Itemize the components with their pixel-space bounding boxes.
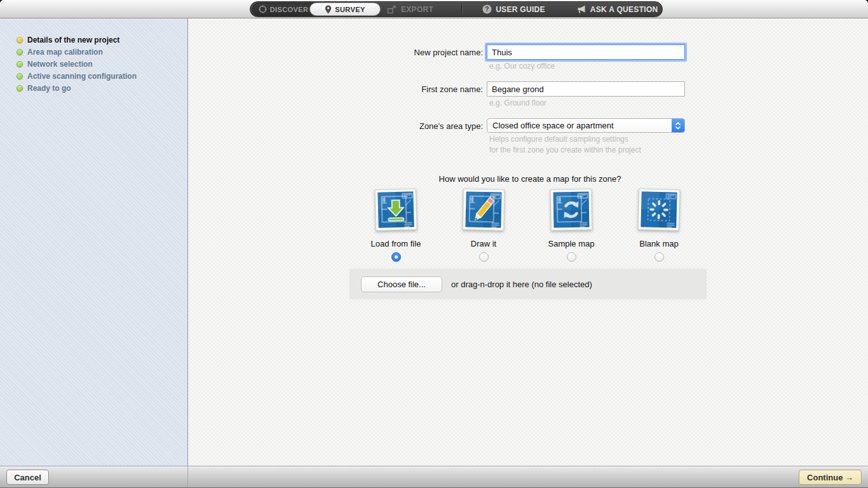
app-window: DISCOVER SURVEY (0, 0, 868, 488)
area-type-hint-line1: Helps configure default sampling setting… (489, 135, 628, 144)
svg-text:?: ? (485, 6, 489, 13)
export-button[interactable]: EXPORT (387, 5, 433, 14)
step-bullet-icon (17, 49, 23, 55)
toolbar-divider (461, 4, 462, 15)
ask-question-button[interactable]: ASK A QUESTION (577, 5, 658, 14)
select-stepper-icon (672, 119, 684, 132)
current-step-bullet-icon (17, 37, 23, 43)
main-content: New project name: e.g. Our cozy office F… (188, 18, 868, 466)
bottom-bar: Cancel Continue → (0, 466, 868, 488)
zone-name-hint: e.g. Ground floor (489, 98, 546, 107)
wizard-steps: Details of the new project Area map cali… (0, 18, 187, 94)
toolbar-capsule: DISCOVER SURVEY (250, 1, 663, 17)
continue-button[interactable]: Continue → (799, 470, 862, 485)
radio-sample-map[interactable] (567, 252, 576, 262)
option-label: Blank map (639, 239, 678, 248)
step-label: Network selection (27, 60, 93, 69)
step-bullet-icon (17, 73, 23, 79)
question-circle-icon: ? (482, 4, 492, 14)
user-guide-label: USER GUIDE (496, 5, 545, 14)
step-bullet-icon (17, 85, 23, 92)
area-type-selected-value: Closed office space or apartment (492, 121, 614, 130)
option-load-from-file[interactable]: Load from file (352, 189, 440, 262)
export-icon (387, 5, 397, 14)
blueprint-pencil-icon (462, 188, 505, 231)
area-type-hint-line2: for the first zone you create within the… (489, 146, 641, 154)
step-label: Area map calibration (27, 48, 103, 57)
option-label: Load from file (371, 239, 421, 248)
option-draw-it[interactable]: Draw it (440, 189, 527, 262)
map-question: How would you like to create a map for t… (353, 174, 707, 184)
footer-divider (187, 466, 188, 487)
megaphone-icon (577, 5, 587, 14)
file-drop-zone[interactable]: Choose file... or drag-n-drop it here (n… (349, 269, 707, 299)
ask-question-label: ASK A QUESTION (590, 5, 658, 14)
step-bullet-icon (17, 61, 23, 67)
step-details: Details of the new project (17, 34, 187, 46)
user-guide-button[interactable]: ? USER GUIDE (482, 4, 545, 14)
zone-name-input[interactable] (487, 81, 685, 97)
cancel-button[interactable]: Cancel (6, 470, 49, 485)
radar-icon (259, 5, 267, 13)
project-name-hint: e.g. Our cozy office (489, 62, 555, 71)
map-options: Load from file (352, 189, 703, 262)
area-type-select[interactable]: Closed office space or apartment (487, 118, 685, 133)
tab-survey-label: SURVEY (335, 6, 365, 13)
choose-file-button[interactable]: Choose file... (361, 276, 442, 292)
drop-zone-text: or drag-n-drop it here (no file selected… (451, 280, 592, 289)
radio-load-from-file[interactable] (391, 252, 401, 262)
project-name-input[interactable] (487, 44, 685, 60)
radio-draw-it[interactable] (479, 252, 489, 262)
step-scanning: Active scanning configuration (17, 70, 187, 82)
option-label: Draw it (471, 239, 496, 248)
blueprint-spinner-icon (637, 188, 681, 231)
tab-survey[interactable]: SURVEY (309, 3, 381, 16)
tab-discover[interactable]: DISCOVER (253, 5, 314, 13)
step-label: Active scanning configuration (27, 72, 137, 81)
steps-sidebar: Details of the new project Area map cali… (0, 18, 188, 466)
step-network: Network selection (17, 58, 187, 70)
map-pin-icon (325, 5, 332, 14)
top-toolbar: DISCOVER SURVEY (0, 0, 868, 18)
zone-name-label: First zone name: (330, 85, 483, 94)
blueprint-sync-icon (550, 188, 592, 231)
step-ready: Ready to go (17, 82, 187, 94)
project-name-label: New project name: (330, 48, 483, 57)
option-sample-map[interactable]: Sample map (527, 189, 615, 262)
area-type-label: Zone's area type: (330, 121, 483, 131)
step-label: Details of the new project (27, 36, 119, 44)
step-calibration: Area map calibration (17, 46, 187, 58)
tab-discover-label: DISCOVER (270, 6, 309, 13)
blueprint-download-icon (374, 188, 417, 231)
radio-blank-map[interactable] (654, 252, 664, 262)
mode-segmented-control: DISCOVER SURVEY (252, 3, 381, 16)
option-label: Sample map (548, 239, 595, 248)
option-blank-map[interactable]: Blank map (615, 189, 703, 262)
export-label: EXPORT (401, 5, 433, 14)
step-label: Ready to go (27, 84, 71, 93)
